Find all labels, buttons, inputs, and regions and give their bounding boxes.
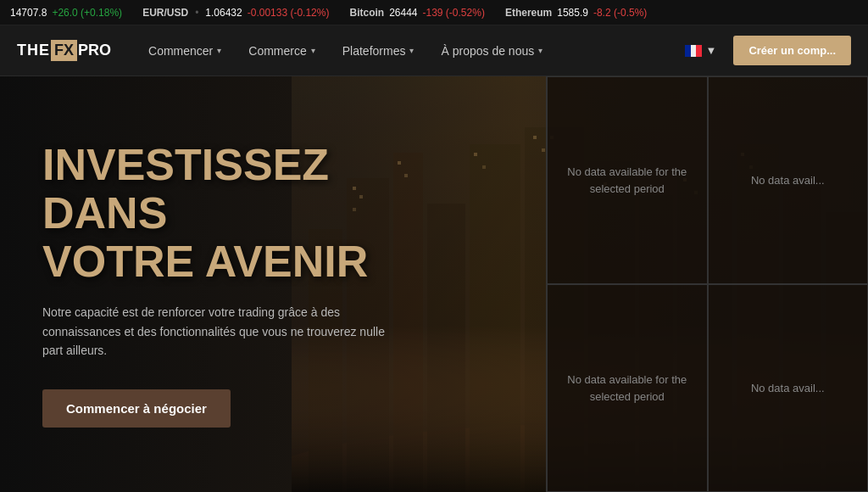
- ticker-bar: 14707.8 +26.0 (+0.18%) EUR/USD • 1.06432…: [0, 0, 868, 25]
- ticker-item-index: 14707.8 +26.0 (+0.18%): [10, 7, 122, 19]
- chart-no-data-1: No data available for the selected perio…: [560, 164, 694, 197]
- chart-no-data-2: No data avail...: [751, 172, 825, 189]
- ticker-eurusd-change: -0.00133 (-0.12%): [248, 7, 330, 19]
- ticker-item-eurusd: EUR/USD • 1.06432 -0.00133 (-0.12%): [142, 7, 329, 19]
- nav-right: ▼ Créer un comp...: [676, 36, 851, 65]
- chart-no-data-3: No data available for the selected perio…: [560, 372, 694, 405]
- svg-rect-1: [691, 45, 696, 57]
- ticker-ethereum-value: 1585.9: [557, 7, 588, 19]
- nav-item-plateformes[interactable]: Plateformes ▾: [331, 37, 426, 64]
- hero-title: INVESTISSEZ DANS VOTRE AVENIR: [42, 141, 435, 287]
- cta-negotiate-button[interactable]: Commencer à négocier: [42, 389, 231, 428]
- language-chevron: ▼: [706, 44, 717, 57]
- ticker-ethereum-label: Ethereum: [505, 7, 552, 19]
- language-selector[interactable]: ▼: [676, 39, 726, 62]
- ticker-ethereum-change: -8.2 (-0.5%): [593, 7, 647, 19]
- ticker-bitcoin-change: -139 (-0.52%): [423, 7, 485, 19]
- ticker-bitcoin-value: 26444: [389, 7, 417, 19]
- ticker-eurusd-label: EUR/USD: [142, 7, 188, 19]
- nav-items: Commencer ▾ Commerce ▾ Plateformes ▾ À p…: [136, 37, 676, 64]
- logo-fx: FX: [51, 40, 77, 61]
- hero-subtitle: Notre capacité est de renforcer votre tr…: [42, 303, 398, 360]
- ticker-index-change: +26.0 (+0.18%): [52, 7, 122, 19]
- nav-item-commencer[interactable]: Commencer ▾: [136, 37, 233, 64]
- chart-cell-2: No data avail...: [708, 76, 869, 284]
- chart-no-data-4: No data avail...: [751, 380, 825, 397]
- chart-cell-1: No data available for the selected perio…: [547, 76, 708, 284]
- chevron-down-icon: ▾: [311, 46, 315, 55]
- chart-cell-4: No data avail...: [708, 284, 869, 492]
- chart-cell-3: No data available for the selected perio…: [547, 284, 708, 492]
- ticker-item-bitcoin: Bitcoin 26444 -139 (-0.52%): [349, 7, 484, 19]
- nav-item-commerce[interactable]: Commerce ▾: [236, 37, 326, 64]
- ticker-index-value: 14707.8: [10, 7, 47, 19]
- chevron-down-icon: ▾: [217, 46, 221, 55]
- ticker-bitcoin-label: Bitcoin: [349, 7, 384, 19]
- ticker-item-ethereum: Ethereum 1585.9 -8.2 (-0.5%): [505, 7, 647, 19]
- chevron-down-icon: ▾: [538, 46, 542, 55]
- navbar: THE FX PRO Commencer ▾ Commerce ▾ Platef…: [0, 25, 868, 76]
- flag-icon: [685, 45, 702, 57]
- logo-the: THE: [17, 42, 50, 59]
- svg-rect-2: [696, 45, 702, 57]
- charts-panel: No data available for the selected perio…: [546, 76, 868, 492]
- create-account-button[interactable]: Créer un comp...: [733, 36, 851, 65]
- chevron-down-icon: ▾: [409, 46, 414, 55]
- logo[interactable]: THE FX PRO: [17, 40, 111, 61]
- hero-section: INVESTISSEZ DANS VOTRE AVENIR Notre capa…: [0, 76, 868, 492]
- nav-item-apropos[interactable]: À propos de nous ▾: [429, 37, 554, 64]
- svg-rect-0: [685, 45, 691, 57]
- logo-pro: PRO: [78, 42, 111, 59]
- ticker-eurusd-value: 1.06432: [205, 7, 242, 19]
- hero-content: INVESTISSEZ DANS VOTRE AVENIR Notre capa…: [0, 76, 477, 492]
